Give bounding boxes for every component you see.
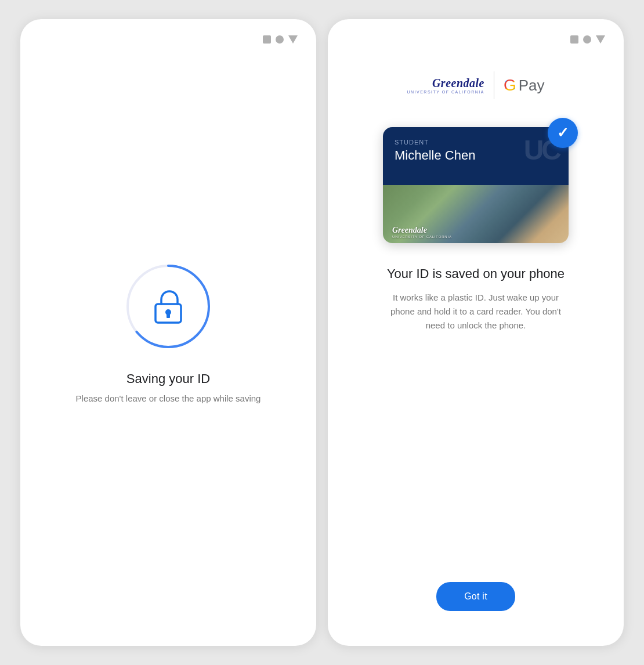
- status-bar-right: [570, 35, 605, 44]
- got-it-button[interactable]: Got it: [436, 582, 515, 611]
- check-badge: ✓: [548, 118, 578, 148]
- status-triangle-left: [288, 35, 298, 44]
- status-bar-left: [263, 35, 298, 44]
- brand-divider: [494, 71, 494, 99]
- gpay-logo: G Pay: [504, 76, 545, 95]
- brand-header: Greendale University of California G Pay: [407, 71, 544, 99]
- left-phone: Saving your ID Please don't leave or clo…: [20, 19, 316, 646]
- status-square-right: [570, 35, 578, 44]
- right-phone: Greendale University of California G Pay…: [328, 19, 624, 646]
- card-wrapper: STUDENT Michelle Chen UC Greendale Unive…: [383, 127, 569, 243]
- card-brand-subtitle: University of California: [392, 235, 452, 238]
- greendale-logo: Greendale University of California: [407, 77, 484, 94]
- status-triangle-right: [596, 35, 605, 44]
- greendale-subtitle: University of California: [407, 90, 484, 94]
- card-bottom-brand: Greendale University of California: [392, 226, 452, 238]
- saving-content: Saving your ID Please don't leave or clo…: [20, 19, 316, 646]
- campus-image: Greendale University of California: [383, 185, 569, 243]
- phone-container: Saving your ID Please don't leave or clo…: [12, 12, 632, 653]
- card-top: STUDENT Michelle Chen UC: [383, 127, 569, 185]
- status-square-left: [263, 35, 271, 44]
- card-bottom: Greendale University of California: [383, 185, 569, 243]
- svg-rect-4: [167, 313, 170, 318]
- status-circle-left: [276, 35, 284, 44]
- greendale-name: Greendale: [432, 77, 484, 90]
- lock-icon: [153, 289, 183, 324]
- gpay-text: Pay: [519, 77, 545, 95]
- success-content: Greendale University of California G Pay…: [328, 19, 624, 646]
- success-subtitle: It works like a plastic ID. Just wake up…: [383, 291, 569, 332]
- status-circle-right: [583, 35, 591, 44]
- check-icon: ✓: [557, 126, 569, 140]
- g-letter: G: [504, 76, 516, 95]
- lock-circle-container: [122, 260, 215, 353]
- card-brand-name: Greendale: [392, 226, 452, 235]
- student-id-card: STUDENT Michelle Chen UC Greendale Unive…: [383, 127, 569, 243]
- saving-title: Saving your ID: [126, 371, 210, 386]
- saving-subtitle: Please don't leave or close the app whil…: [76, 392, 261, 406]
- success-title: Your ID is saved on your phone: [387, 266, 565, 281]
